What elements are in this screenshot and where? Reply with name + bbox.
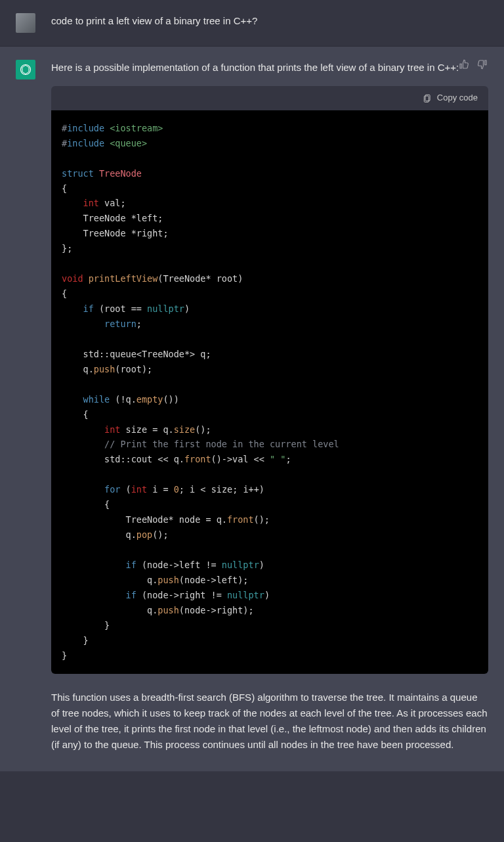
assistant-message: Here is a possible implementation of a f… xyxy=(0,47,504,772)
thumbs-down-icon xyxy=(476,58,488,70)
clipboard-icon xyxy=(423,93,432,102)
code-content: #include <iostream> #include <queue> str… xyxy=(51,110,488,674)
code-block: Copy code #include <iostream> #include <… xyxy=(51,86,488,674)
assistant-avatar xyxy=(16,60,35,79)
user-message: code to print a left view of a binary tr… xyxy=(0,0,504,47)
assistant-intro: Here is a possible implementation of a f… xyxy=(51,60,488,76)
thumbs-up-button[interactable] xyxy=(458,58,470,73)
copy-code-button[interactable]: Copy code xyxy=(423,91,478,105)
code-header: Copy code xyxy=(51,86,488,110)
openai-icon xyxy=(19,63,32,76)
assistant-explanation: This function uses a breadth-first searc… xyxy=(51,690,488,753)
thumbs-down-button[interactable] xyxy=(476,58,488,73)
thumbs-up-icon xyxy=(458,58,470,70)
assistant-content: Here is a possible implementation of a f… xyxy=(51,60,488,758)
user-avatar xyxy=(16,13,35,33)
feedback-row xyxy=(458,58,488,73)
user-prompt: code to print a left view of a binary tr… xyxy=(51,13,488,33)
copy-code-label: Copy code xyxy=(437,91,478,105)
